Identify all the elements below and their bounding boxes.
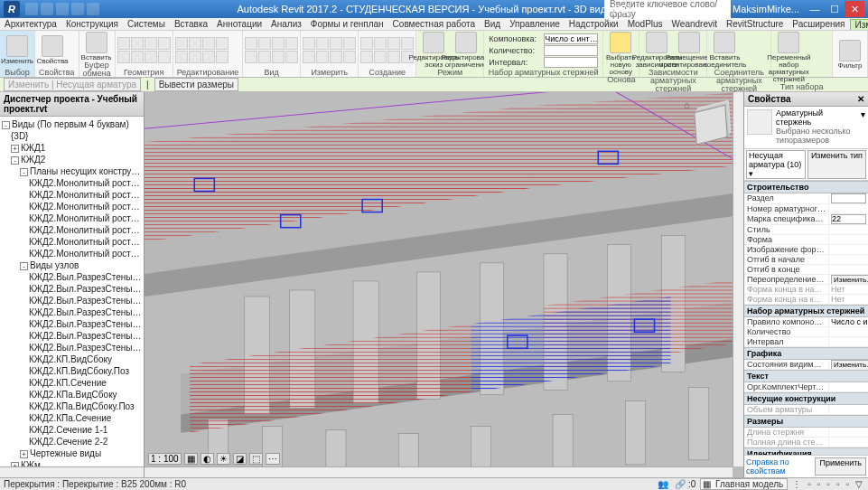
ribbon-small-icon[interactable] [401, 37, 414, 50]
visual-style-icon[interactable]: ◐ [201, 453, 214, 465]
detail-level-icon[interactable]: ▦ [184, 453, 198, 465]
tab-2[interactable]: Системы [123, 19, 170, 29]
tab-4[interactable]: Аннотации [212, 19, 266, 29]
property-value[interactable] [828, 235, 868, 244]
properties-list[interactable]: СтроительствоРазделНомер арматурного с…М… [744, 181, 868, 455]
properties-close-icon[interactable]: ✕ [857, 94, 864, 104]
tree-node[interactable]: КЖД2.Выл.РазрезСтены6-6 [2, 330, 142, 342]
qat-redo-icon[interactable] [71, 3, 84, 15]
ribbon-button[interactable]: Вставить соединитель [709, 32, 740, 69]
browser-scrollbar-h[interactable] [0, 466, 144, 477]
ribbon-small-icon[interactable] [343, 51, 356, 63]
ribbon-small-icon[interactable] [117, 37, 130, 50]
ribbon-small-icon[interactable] [216, 51, 229, 63]
crop-icon[interactable]: ⬚ [249, 453, 263, 465]
view-cube[interactable]: ⌂ [684, 98, 738, 152]
tree-node[interactable]: КЖД2.Выл.РазрезСтены3-3 [2, 295, 142, 306]
combo-input[interactable] [544, 33, 598, 44]
ribbon-button[interactable]: Переменный набор арматурных стержней [773, 32, 804, 83]
property-value[interactable]: Изменить… [828, 275, 868, 284]
options-show-dims-button[interactable]: Вывести размеры [154, 78, 238, 91]
property-value[interactable] [828, 265, 868, 274]
app-logo[interactable]: R [4, 1, 20, 17]
property-value[interactable] [828, 405, 868, 414]
property-group-header[interactable]: Идентификация [744, 448, 868, 455]
tab-15[interactable]: Изменить | Несущая арматура [850, 19, 869, 30]
ribbon-small-icon[interactable] [285, 37, 298, 50]
property-row[interactable]: Орг.КомплектЧертежей [744, 382, 868, 392]
tree-node[interactable]: КЖД2.Сечение 2-2 [2, 436, 142, 448]
property-value[interactable] [828, 214, 868, 224]
tree-node[interactable]: КЖД2.КПа.ВидСбоку.Поз [2, 400, 142, 412]
ribbon-small-icon[interactable] [330, 51, 342, 63]
ribbon-small-icon[interactable] [374, 51, 387, 63]
tree-toggle-icon[interactable]: + [20, 450, 28, 458]
ribbon-button[interactable]: Размещение с ориентированием [674, 32, 705, 69]
tab-12[interactable]: Weandrevit [667, 19, 722, 29]
ribbon-small-icon[interactable] [216, 37, 229, 50]
tree-toggle-icon[interactable]: - [20, 262, 28, 270]
ribbon-button[interactable]: Фильтр [835, 40, 865, 70]
tab-1[interactable]: Конструкция [61, 19, 123, 29]
tree-node[interactable]: КЖД2.Монолитный ростверк. Схема р [2, 189, 142, 201]
property-group-header[interactable]: Текст [744, 370, 868, 382]
property-row[interactable]: Объем арматуры [744, 405, 868, 415]
tree-node[interactable]: -Виды узлов [2, 259, 142, 271]
tree-node[interactable]: КЖД2.Монолитный ростверк. Опалуб [2, 177, 142, 189]
tree-node[interactable]: -Планы несущих конструкций [2, 165, 142, 177]
tree-node[interactable]: -Виды (По первым 4 буквам) [2, 118, 142, 130]
ribbon-small-icon[interactable] [285, 51, 298, 63]
property-value[interactable] [828, 382, 868, 391]
ribbon-small-icon[interactable] [117, 51, 130, 63]
ribbon-small-icon[interactable] [131, 37, 144, 50]
property-row[interactable]: Длина стержня [744, 428, 868, 438]
tree-node[interactable]: КЖД2.Сечение 1-1 [2, 424, 142, 436]
property-row[interactable]: Полная длина стержня [744, 438, 868, 448]
ribbon-small-icon[interactable] [189, 37, 201, 50]
selection-hint-icon[interactable]: 🔗 :0 [673, 479, 697, 489]
ribbon-small-icon[interactable] [387, 51, 400, 63]
property-row[interactable]: Стиль [744, 225, 868, 235]
scale-display[interactable]: 1 : 100 [148, 453, 182, 465]
ribbon-small-icon[interactable] [145, 51, 157, 63]
combo-input[interactable] [544, 57, 598, 68]
filter-selection-icon[interactable]: ▽ [854, 479, 864, 489]
tab-11[interactable]: ModPlus [623, 19, 667, 29]
tab-3[interactable]: Вставка [170, 19, 212, 29]
tree-node[interactable]: КЖД2.Выл.РазрезСтены7-7 [2, 342, 142, 353]
property-row[interactable]: Форма конца на концеНет [744, 295, 868, 305]
type-dropdown-icon[interactable]: ▾ [861, 109, 865, 146]
property-value[interactable] [828, 225, 868, 234]
ribbon-small-icon[interactable] [145, 37, 157, 50]
property-row[interactable]: Количество [744, 327, 868, 337]
property-value[interactable]: Изменить… [828, 360, 868, 369]
tree-toggle-icon[interactable]: - [2, 121, 10, 129]
property-row[interactable]: Переопределение окр…Изменить… [744, 275, 868, 285]
tab-8[interactable]: Вид [480, 19, 505, 29]
ribbon-small-icon[interactable] [131, 51, 144, 63]
property-value[interactable] [828, 428, 868, 437]
ribbon-button[interactable]: Изменить [2, 35, 33, 65]
property-group-header[interactable]: Строительство [744, 181, 868, 193]
tree-node[interactable]: КЖД2.КПа.ВидСбоку [2, 389, 142, 400]
maximize-button[interactable]: ☐ [825, 1, 845, 17]
vc-more-icon[interactable]: ⋯ [266, 453, 280, 465]
property-group-header[interactable]: Графика [744, 347, 868, 360]
property-row[interactable]: Форма конца в началеНет [744, 285, 868, 295]
tree-node[interactable]: КЖД2.Монолитный ростверк. Схема р [2, 224, 142, 236]
tree-node[interactable]: +КЖД1 [2, 142, 142, 154]
property-row[interactable]: Интервал [744, 337, 868, 347]
tab-5[interactable]: Анализ [266, 19, 306, 29]
properties-help-link[interactable]: Справка по свойствам [746, 457, 811, 476]
qat-undo-icon[interactable] [56, 3, 69, 15]
apply-button[interactable]: Применить [815, 457, 866, 476]
ribbon-small-icon[interactable] [360, 51, 373, 63]
ribbon-small-icon[interactable] [360, 37, 373, 50]
ribbon-small-icon[interactable] [316, 37, 329, 50]
tree-node[interactable]: КЖД2.Монолитный ростверк. Схема р [2, 236, 142, 248]
close-button[interactable]: ✕ [845, 1, 864, 17]
tab-14[interactable]: Расширения [788, 19, 849, 29]
tree-node[interactable]: КЖД2.Монолитный ростверк. Схема р [2, 248, 142, 259]
ribbon-small-icon[interactable] [175, 37, 188, 50]
ribbon-small-icon[interactable] [343, 37, 356, 50]
